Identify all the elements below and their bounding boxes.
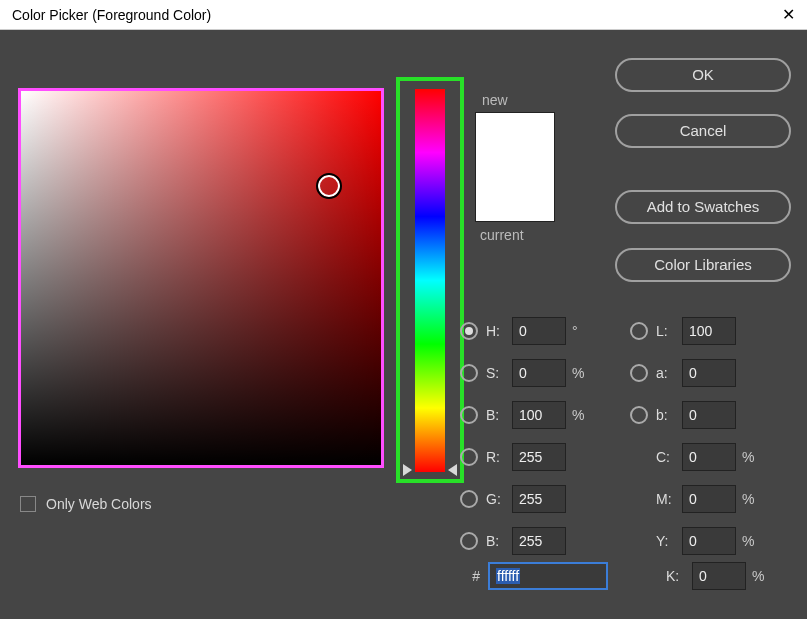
blab-label: b: — [656, 407, 682, 423]
color-swatch — [475, 112, 555, 222]
h-unit: ° — [572, 323, 592, 339]
s-unit: % — [572, 365, 592, 381]
m-label: M: — [656, 491, 682, 507]
r-label: R: — [486, 449, 512, 465]
add-to-swatches-button[interactable]: Add to Swatches — [615, 190, 791, 224]
blab-input[interactable]: 0 — [682, 401, 736, 429]
color-libraries-button[interactable]: Color Libraries — [615, 248, 791, 282]
m-unit: % — [742, 491, 762, 507]
hex-input[interactable]: ffffff — [488, 562, 608, 590]
titlebar: Color Picker (Foreground Color) ✕ — [0, 0, 807, 30]
l-input[interactable]: 100 — [682, 317, 736, 345]
cancel-button[interactable]: Cancel — [615, 114, 791, 148]
y-input[interactable]: 0 — [682, 527, 736, 555]
sb-cursor-icon — [316, 173, 342, 199]
r-radio[interactable] — [460, 448, 478, 466]
only-web-colors-label: Only Web Colors — [46, 496, 152, 512]
h-label: H: — [486, 323, 512, 339]
brightness-radio[interactable] — [460, 406, 478, 424]
brgb-radio[interactable] — [460, 532, 478, 550]
s-radio[interactable] — [460, 364, 478, 382]
a-label: a: — [656, 365, 682, 381]
hue-pointer-left-icon — [403, 464, 412, 476]
c-input[interactable]: 0 — [682, 443, 736, 471]
hue-pointer-right-icon — [448, 464, 457, 476]
hue-radio[interactable] — [460, 322, 478, 340]
color-values-grid: H: 0 ° L: 100 S: 0 % a: 0 B: 100 % b — [460, 310, 790, 562]
new-color-swatch — [476, 113, 554, 167]
brgb-input[interactable]: 255 — [512, 527, 566, 555]
hex-value: ffffff — [496, 568, 520, 584]
saturation-brightness-field[interactable] — [18, 88, 384, 468]
blab-radio[interactable] — [630, 406, 648, 424]
only-web-colors-checkbox[interactable] — [20, 496, 36, 512]
a-input[interactable]: 0 — [682, 359, 736, 387]
c-unit: % — [742, 449, 762, 465]
window-title: Color Picker (Foreground Color) — [12, 7, 211, 23]
close-icon[interactable]: ✕ — [782, 5, 795, 24]
l-label: L: — [656, 323, 682, 339]
current-color-swatch[interactable] — [476, 167, 554, 221]
bv-unit: % — [572, 407, 592, 423]
ok-button[interactable]: OK — [615, 58, 791, 92]
g-input[interactable]: 255 — [512, 485, 566, 513]
h-input[interactable]: 0 — [512, 317, 566, 345]
only-web-colors-row: Only Web Colors — [20, 496, 152, 512]
s-input[interactable]: 0 — [512, 359, 566, 387]
s-label: S: — [486, 365, 512, 381]
k-unit: % — [752, 568, 772, 584]
hex-row: # ffffff K: 0 % — [460, 562, 772, 590]
m-input[interactable]: 0 — [682, 485, 736, 513]
current-label: current — [480, 227, 524, 243]
g-label: G: — [486, 491, 512, 507]
g-radio[interactable] — [460, 490, 478, 508]
bv-input[interactable]: 100 — [512, 401, 566, 429]
hash-label: # — [460, 568, 480, 584]
a-radio[interactable] — [630, 364, 648, 382]
color-picker-dialog: new current OK Cancel Add to Swatches Co… — [0, 30, 807, 619]
y-unit: % — [742, 533, 762, 549]
hue-slider[interactable] — [396, 77, 464, 483]
l-radio[interactable] — [630, 322, 648, 340]
r-input[interactable]: 255 — [512, 443, 566, 471]
c-label: C: — [656, 449, 682, 465]
hue-strip[interactable] — [415, 89, 445, 472]
bv-label: B: — [486, 407, 512, 423]
brgb-label: B: — [486, 533, 512, 549]
y-label: Y: — [656, 533, 682, 549]
k-label: K: — [666, 568, 692, 584]
new-label: new — [482, 92, 508, 108]
k-input[interactable]: 0 — [692, 562, 746, 590]
